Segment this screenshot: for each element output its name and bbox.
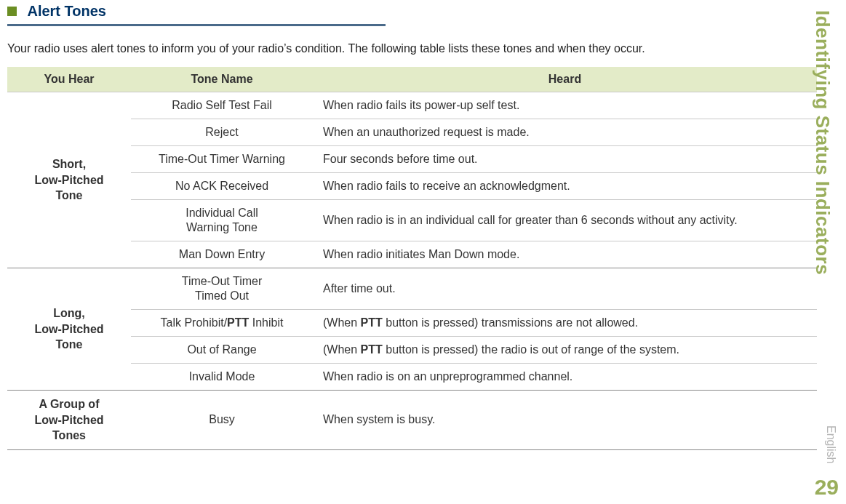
table-header-row: You Hear Tone Name Heard [7, 67, 817, 92]
label: Low-Pitched [34, 414, 103, 426]
tone-name: Out of Range [131, 337, 313, 364]
section-title: Alert Tones [27, 3, 106, 19]
tone-heard: (When PTT button is pressed) transmissio… [313, 310, 817, 337]
col-tone-name: Tone Name [131, 67, 313, 92]
table-row: Short, Low-Pitched Tone Radio Self Test … [7, 92, 817, 119]
tone-heard: When radio fails its power-up self test. [313, 92, 817, 119]
tone-name: Invalid Mode [131, 364, 313, 391]
section-intro: Your radio uses alert tones to inform yo… [7, 42, 817, 55]
table-row: A Group of Low-Pitched Tones Busy When s… [7, 391, 817, 450]
label: Low-Pitched [34, 323, 103, 335]
label: (When [323, 316, 361, 329]
col-you-hear: You Hear [7, 67, 131, 92]
heading-rule [7, 24, 386, 26]
label: Individual Call [185, 207, 258, 219]
page-root: Alert Tones Your radio uses alert tones … [0, 3, 846, 504]
label: PTT [361, 316, 383, 329]
tone-name: No ACK Received [131, 173, 313, 200]
you-hear-short: Short, Low-Pitched Tone [7, 92, 131, 268]
tone-name: Busy [131, 391, 313, 450]
label: A Group of [39, 398, 100, 410]
tone-name: Reject [131, 119, 313, 146]
bullet-icon [7, 7, 17, 16]
tone-name: Man Down Entry [131, 241, 313, 268]
section-heading: Alert Tones [7, 3, 817, 26]
table-row: Long, Low-Pitched Tone Time-Out Timer Ti… [7, 268, 817, 310]
label: Tones [52, 429, 86, 441]
label: Short, [52, 158, 86, 170]
language-label-vertical: English [824, 425, 837, 463]
side-bar: Identifying Status Indicators [811, 10, 840, 490]
col-heard: Heard [313, 67, 817, 92]
label: (When [323, 343, 361, 356]
label: Long, [53, 307, 85, 319]
alert-tones-table: You Hear Tone Name Heard Short, Low-Pitc… [7, 67, 817, 450]
label: Warning Tone [186, 221, 258, 233]
tone-name: Individual Call Warning Tone [131, 200, 313, 241]
tone-heard: (When PTT button is pressed) the radio i… [313, 337, 817, 364]
tone-name: Time-Out Timer Timed Out [131, 268, 313, 310]
tone-heard: After time out. [313, 268, 817, 310]
tone-heard: When an unauthorized request is made. [313, 119, 817, 146]
label: Tone [55, 189, 82, 201]
label: button is pressed) the radio is out of r… [383, 343, 679, 356]
label: button is pressed) transmissions are not… [383, 316, 638, 329]
tone-name: Radio Self Test Fail [131, 92, 313, 119]
you-hear-group-busy: A Group of Low-Pitched Tones [7, 391, 131, 450]
tone-heard: When radio fails to receive an acknowled… [313, 173, 817, 200]
label: Talk Prohibit/ [161, 316, 228, 329]
tone-name: Time-Out Timer Warning [131, 146, 313, 173]
label: Time-Out Timer [182, 275, 263, 287]
page-number: 29 [815, 475, 839, 500]
chapter-title-vertical: Identifying Status Indicators [811, 10, 834, 275]
label: PTT [361, 343, 383, 356]
tone-heard: Four seconds before time out. [313, 146, 817, 173]
you-hear-long: Long, Low-Pitched Tone [7, 268, 131, 391]
tone-heard: When radio is on an unpreprogrammed chan… [313, 364, 817, 391]
label: Inhibit [249, 316, 283, 329]
label: Tone [55, 338, 82, 351]
label: Low-Pitched [34, 174, 103, 186]
tone-heard: When system is busy. [313, 391, 817, 450]
tone-heard: When radio initiates Man Down mode. [313, 241, 817, 268]
label: Timed Out [195, 289, 249, 302]
tone-name: Talk Prohibit/PTT Inhibit [131, 310, 313, 337]
tone-heard: When radio is in an individual call for … [313, 200, 817, 241]
label: PTT [227, 316, 249, 329]
